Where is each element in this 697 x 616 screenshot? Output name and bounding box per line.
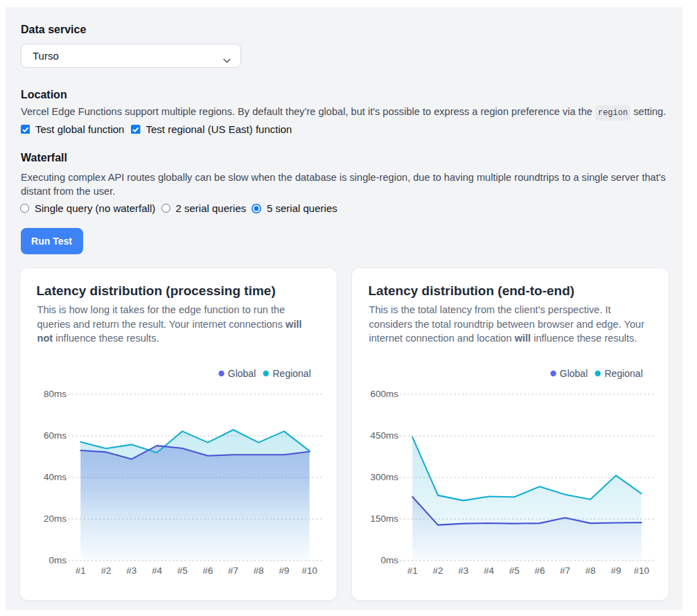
svg-text:#4: #4 (152, 565, 163, 576)
svg-text:600ms: 600ms (370, 388, 398, 398)
svg-text:#8: #8 (585, 565, 596, 576)
svg-text:Global: Global (228, 368, 256, 379)
svg-text:#1: #1 (76, 565, 86, 576)
svg-text:#2: #2 (433, 565, 443, 576)
svg-text:Regional: Regional (605, 368, 643, 379)
svg-text:#5: #5 (177, 565, 188, 576)
svg-text:#3: #3 (458, 565, 468, 576)
svg-text:#3: #3 (126, 565, 136, 576)
svg-text:Regional: Regional (273, 368, 311, 379)
svg-text:#7: #7 (228, 565, 238, 576)
svg-text:#2: #2 (101, 565, 112, 576)
svg-text:80ms: 80ms (44, 388, 67, 398)
svg-text:#10: #10 (301, 565, 317, 576)
svg-text:#6: #6 (202, 565, 213, 576)
svg-text:#6: #6 (534, 565, 545, 576)
svg-text:40ms: 40ms (44, 471, 67, 482)
svg-text:Global: Global (560, 368, 588, 379)
svg-text:#10: #10 (633, 565, 649, 576)
svg-text:60ms: 60ms (44, 430, 67, 440)
svg-text:0ms: 0ms (380, 554, 398, 565)
svg-text:0ms: 0ms (48, 554, 67, 565)
svg-text:#8: #8 (254, 565, 264, 576)
svg-text:#5: #5 (509, 565, 520, 576)
svg-text:#7: #7 (560, 565, 570, 576)
svg-text:450ms: 450ms (370, 430, 398, 440)
svg-text:#9: #9 (279, 565, 289, 576)
svg-text:150ms: 150ms (370, 513, 398, 523)
svg-text:#1: #1 (407, 565, 418, 576)
svg-text:20ms: 20ms (44, 513, 67, 523)
svg-text:300ms: 300ms (370, 471, 398, 482)
svg-text:#4: #4 (484, 565, 495, 576)
svg-text:#9: #9 (610, 565, 621, 576)
